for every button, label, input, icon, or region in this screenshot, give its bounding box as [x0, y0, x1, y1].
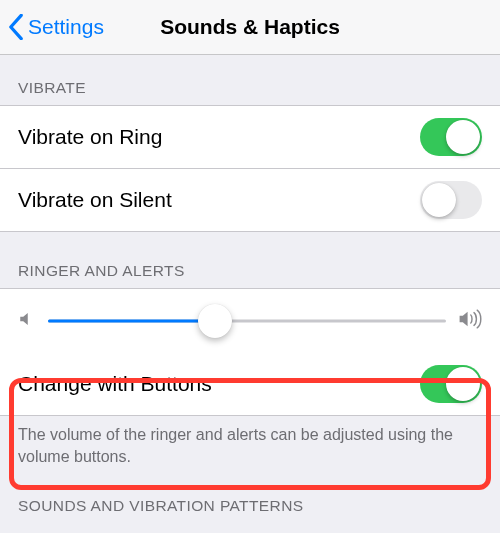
row-change-with-buttons[interactable]: Change with Buttons [0, 353, 500, 415]
row-vibrate-on-ring[interactable]: Vibrate on Ring [0, 106, 500, 169]
ringer-group: Change with Buttons [0, 288, 500, 416]
chevron-left-icon [8, 14, 24, 40]
row-label: Change with Buttons [18, 372, 212, 396]
vibrate-group: Vibrate on Ring Vibrate on Silent [0, 105, 500, 232]
row-label: Vibrate on Ring [18, 125, 162, 149]
section-header-patterns: SOUNDS AND VIBRATION PATTERNS [0, 477, 500, 515]
back-label: Settings [28, 15, 104, 39]
ringer-footer-note: The volume of the ringer and alerts can … [0, 416, 500, 477]
speaker-high-icon [458, 309, 482, 334]
row-vibrate-on-silent[interactable]: Vibrate on Silent [0, 169, 500, 231]
speaker-low-icon [18, 309, 36, 333]
volume-slider-row [0, 289, 500, 353]
row-label: Vibrate on Silent [18, 188, 172, 212]
back-button[interactable]: Settings [8, 14, 104, 40]
toggle-vibrate-on-ring[interactable] [420, 118, 482, 156]
toggle-change-with-buttons[interactable] [420, 365, 482, 403]
volume-slider[interactable] [48, 303, 446, 339]
navigation-bar: Settings Sounds & Haptics [0, 0, 500, 55]
section-header-ringer: RINGER AND ALERTS [0, 232, 500, 288]
toggle-vibrate-on-silent[interactable] [420, 181, 482, 219]
section-header-vibrate: VIBRATE [0, 55, 500, 105]
